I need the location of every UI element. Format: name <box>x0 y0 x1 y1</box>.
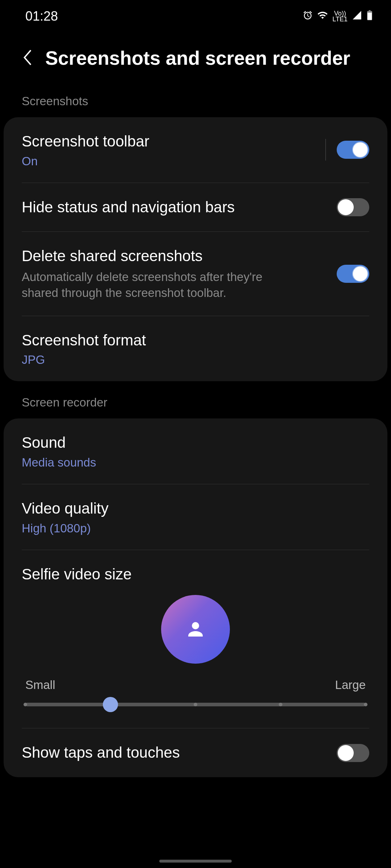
home-indicator[interactable] <box>159 860 232 863</box>
svg-point-1 <box>192 622 199 629</box>
video-quality-row[interactable]: Video quality High (1080p) <box>4 484 387 550</box>
row-title: Screenshot toolbar <box>22 132 325 152</box>
recorder-card: Sound Media sounds Video quality High (1… <box>4 418 387 777</box>
row-value: Media sounds <box>22 456 369 469</box>
show-taps-toggle[interactable] <box>337 744 369 762</box>
screenshot-toolbar-toggle[interactable] <box>337 141 369 159</box>
row-title: Screenshot format <box>22 331 369 350</box>
person-icon <box>185 618 206 640</box>
header: Screenshots and screen recorder <box>0 33 391 87</box>
hide-bars-toggle[interactable] <box>337 198 369 216</box>
hide-bars-row[interactable]: Hide status and navigation bars <box>4 183 387 232</box>
slider-max-label: Large <box>335 678 366 692</box>
row-value: High (1080p) <box>22 522 369 535</box>
page-title: Screenshots and screen recorder <box>45 47 350 69</box>
battery-icon <box>366 10 373 23</box>
delete-shared-row[interactable]: Delete shared screenshots Automatically … <box>4 232 387 316</box>
svg-rect-0 <box>367 13 372 20</box>
row-status: On <box>22 154 325 168</box>
row-title: Selfie video size <box>22 565 369 584</box>
row-title: Sound <box>22 433 369 453</box>
show-taps-row[interactable]: Show taps and touches <box>4 728 387 777</box>
screenshot-format-row[interactable]: Screenshot format JPG <box>4 316 387 382</box>
selfie-size-slider[interactable] <box>25 703 366 706</box>
screenshot-toolbar-row[interactable]: Screenshot toolbar On <box>4 117 387 183</box>
lte-indicator: Vo)) LTE1 <box>332 10 348 22</box>
signal-icon <box>352 10 362 23</box>
row-value: JPG <box>22 353 369 367</box>
row-desc: Automatically delete screenshots after t… <box>22 269 297 301</box>
sound-row[interactable]: Sound Media sounds <box>4 418 387 484</box>
back-button[interactable] <box>22 48 33 68</box>
section-label-screenshots: Screenshots <box>0 87 391 117</box>
slider-thumb[interactable] <box>103 697 118 712</box>
row-title: Show taps and touches <box>22 743 337 763</box>
chevron-left-icon <box>22 48 33 67</box>
status-icons: Vo)) LTE1 <box>303 10 373 23</box>
row-title: Video quality <box>22 499 369 519</box>
selfie-preview-circle <box>161 595 230 664</box>
selfie-video-size-row: Selfie video size Small Large <box>4 550 387 728</box>
status-time: 01:28 <box>25 9 58 24</box>
wifi-icon <box>317 10 328 23</box>
vertical-separator <box>325 139 326 161</box>
delete-shared-toggle[interactable] <box>337 265 369 283</box>
slider-min-label: Small <box>25 678 55 692</box>
section-label-recorder: Screen recorder <box>0 381 391 418</box>
row-title: Delete shared screenshots <box>22 246 337 266</box>
alarm-icon <box>303 10 313 23</box>
selfie-size-slider-container: Small Large <box>22 678 369 706</box>
row-title: Hide status and navigation bars <box>22 197 337 217</box>
screenshots-card: Screenshot toolbar On Hide status and na… <box>4 117 387 381</box>
status-bar: 01:28 Vo)) LTE1 <box>0 0 391 33</box>
